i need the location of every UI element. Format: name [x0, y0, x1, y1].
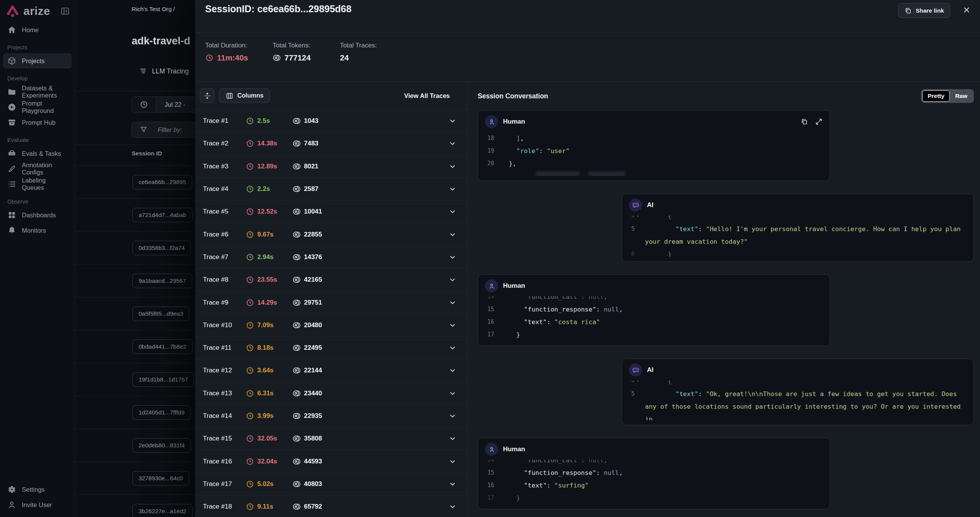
trace-row[interactable]: Trace #42.2s2587 [195, 178, 467, 201]
trace-row[interactable]: Trace #1532.05s35808 [195, 427, 467, 450]
chevron-down-icon[interactable] [448, 344, 457, 352]
ai-avatar-icon [632, 367, 639, 374]
code-text: { [645, 215, 968, 223]
sidebar-item-prompt-playground[interactable]: Prompt Playground [3, 99, 72, 115]
row-height-button[interactable] [200, 88, 214, 103]
trace-row[interactable]: Trace #175.02s40803 [195, 473, 467, 496]
sidebar-section-label: Projects [7, 44, 67, 51]
sidebar-item-dashboards[interactable]: Dashboards [3, 207, 72, 223]
session-id-chip[interactable]: 1d2405d1...7fffd9 [132, 405, 191, 420]
sidebar-item-evals-tasks[interactable]: Evals & Tasks [3, 146, 72, 161]
sidebar-item-projects[interactable]: Projects [3, 53, 72, 68]
breadcrumb[interactable]: Rich's Test Org / [132, 6, 175, 13]
session-id-chip[interactable]: 0bdad441...7b8e2 [132, 339, 193, 354]
chevron-down-icon[interactable] [448, 185, 457, 193]
sidebar-item-labeling-queues[interactable]: Labeling Queues [3, 176, 72, 192]
trace-duration-value: 32.04s [257, 458, 277, 465]
code-line: 5 "text": "Hello! I'm your personal trav… [622, 223, 968, 248]
token-icon [292, 389, 301, 398]
trace-row[interactable]: Trace #123.64s22144 [195, 359, 467, 382]
toggle-pretty[interactable]: Pretty [922, 90, 950, 102]
tab-llm-tracing[interactable]: LLM Tracing [139, 67, 189, 76]
sidebar-nav: HomeProjectsProjectsDevelopDatasets & Ex… [0, 22, 75, 238]
trace-row[interactable]: Trace #312.89s8021 [195, 155, 467, 178]
toggle-raw[interactable]: Raw [950, 90, 973, 102]
chevron-down-icon[interactable] [448, 502, 457, 511]
clock-icon [205, 54, 214, 62]
columns-button[interactable]: Columns [219, 88, 270, 103]
view-all-traces-link[interactable]: View All Traces [404, 92, 450, 99]
session-id-chip[interactable]: a721d4d7...4abab [132, 208, 193, 222]
trace-duration: 12.89s [246, 162, 292, 171]
sidebar-item-datasets-experiments[interactable]: Datasets & Experiments [3, 84, 72, 99]
chevron-down-icon[interactable] [448, 389, 457, 398]
trace-row[interactable]: Trace #143.99s22935 [195, 405, 467, 427]
message-role-label: AI [647, 201, 653, 209]
expand-icon[interactable] [815, 118, 823, 126]
trace-row[interactable]: Trace #823.55s42165 [195, 269, 467, 291]
trace-row[interactable]: Trace #214.38s7483 [195, 132, 467, 155]
clock-icon [246, 480, 254, 488]
chevron-down-icon[interactable] [448, 412, 457, 420]
copy-icon[interactable] [800, 118, 808, 126]
collapse-sidebar-icon[interactable] [60, 6, 70, 16]
trace-row[interactable]: Trace #107.09s20480 [195, 314, 467, 337]
chevron-down-icon[interactable] [448, 139, 457, 148]
message-role-label: Human [503, 282, 525, 290]
trace-row[interactable]: Trace #118.18s22495 [195, 337, 467, 359]
sidebar-item-monitors[interactable]: Monitors [3, 223, 72, 238]
trace-row[interactable]: Trace #69.67s22855 [195, 223, 467, 246]
session-id-chip[interactable]: 3278930e...64c0 [132, 471, 189, 486]
fold-chevron-icon[interactable]: ▾ [637, 215, 639, 219]
token-icon [292, 366, 301, 375]
session-id-chip[interactable]: 19f1d1b8...1d1757 [132, 372, 194, 387]
sidebar-item-label: Prompt Playground [22, 100, 67, 114]
chevron-down-icon[interactable] [448, 457, 457, 466]
trace-tokens: 35808 [292, 434, 322, 443]
session-id-chip[interactable]: 0a5f5f85...d9ea3 [132, 307, 189, 321]
chevron-down-icon[interactable] [448, 366, 457, 375]
session-id-chip[interactable]: 2e0deb80...831f4 [132, 438, 191, 453]
chevron-down-icon[interactable] [448, 253, 457, 261]
date-range-picker[interactable]: Jul 22 - [131, 96, 195, 113]
session-id-chip[interactable]: 9a1baacd...29567 [132, 274, 192, 288]
chevron-down-icon[interactable] [448, 162, 457, 171]
trace-row[interactable]: Trace #12.5s1043 [195, 110, 467, 132]
session-id-chip[interactable]: 0d3358b3...f2a74 [132, 241, 191, 255]
trace-row[interactable]: Trace #72.94s14376 [195, 246, 467, 269]
sidebar-item-settings[interactable]: Settings [3, 482, 72, 497]
chevron-down-icon[interactable] [448, 117, 457, 125]
close-icon[interactable] [962, 6, 971, 14]
sidebar-item-invite-user[interactable]: Invite User [3, 497, 72, 512]
trace-duration-value: 3.99s [257, 412, 274, 420]
chevron-down-icon[interactable] [448, 230, 457, 239]
chevron-down-icon[interactable] [448, 480, 457, 488]
sidebar-item-label: Prompt Hub [22, 119, 56, 126]
trace-duration: 6.31s [246, 389, 292, 398]
trace-duration: 5.02s [246, 480, 292, 488]
sidebar-item-annotation-configs[interactable]: Annotation Configs [3, 161, 72, 176]
code-text: "text": "surfing" [501, 479, 824, 492]
trace-row[interactable]: Trace #136.31s23440 [195, 382, 467, 405]
trace-row[interactable]: Trace #512.52s10041 [195, 201, 467, 223]
trace-row[interactable]: Trace #914.29s29751 [195, 291, 467, 314]
session-id-chip[interactable]: ce6ea66b...29895 [132, 175, 192, 189]
filter-input[interactable]: Filter by: [131, 122, 195, 138]
chevron-down-icon[interactable] [448, 434, 457, 443]
chevron-down-icon[interactable] [448, 321, 457, 329]
share-link-button[interactable]: Share link [898, 3, 950, 18]
trace-duration: 8.18s [246, 344, 292, 352]
fold-chevron-icon[interactable]: ▾ [637, 380, 639, 384]
code-block: 14 "function_call": null,15 "function_re… [478, 293, 830, 346]
sidebar-item-prompt-hub[interactable]: Prompt Hub [3, 115, 72, 130]
trace-row[interactable]: Trace #1632.04s44593 [195, 450, 467, 473]
session-id-chip[interactable]: 3b26227e...a1ed2 [132, 504, 193, 517]
chevron-down-icon[interactable] [448, 298, 457, 307]
trace-tokens-value: 14376 [304, 253, 322, 261]
trace-row[interactable]: Trace #189.11s65792 [195, 496, 467, 517]
chevron-down-icon[interactable] [448, 276, 457, 284]
trace-label: Trace #9 [203, 299, 246, 307]
code-text: } [645, 248, 968, 257]
chevron-down-icon[interactable] [448, 207, 457, 216]
sidebar-item-home[interactable]: Home [3, 22, 72, 38]
